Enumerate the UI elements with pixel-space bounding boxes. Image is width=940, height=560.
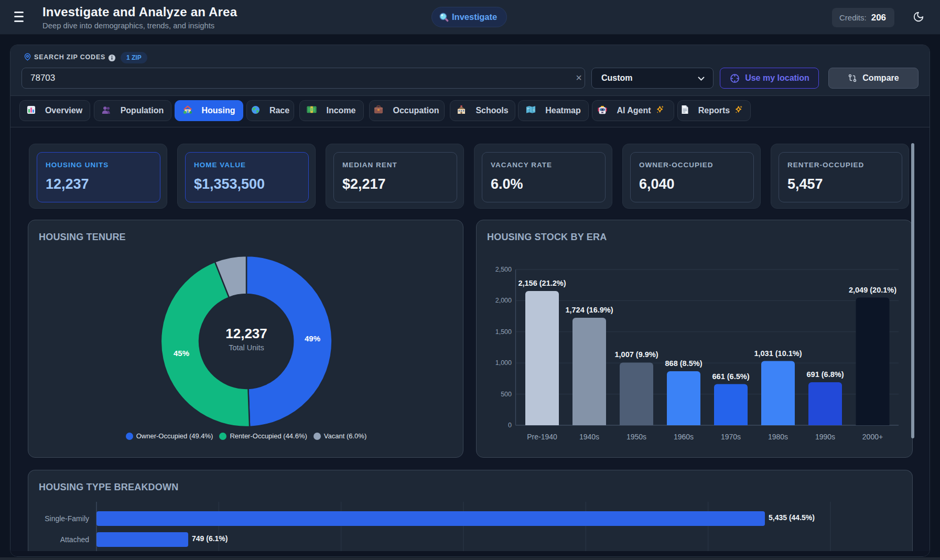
svg-text:1940s: 1940s bbox=[579, 433, 599, 441]
svg-text:661 (6.5%): 661 (6.5%) bbox=[712, 372, 750, 381]
svg-text:Single-Family: Single-Family bbox=[45, 514, 89, 523]
svg-text:1,000: 1,000 bbox=[495, 359, 512, 367]
svg-text:749 (6.1%): 749 (6.1%) bbox=[192, 534, 228, 543]
svg-text:5,435 (44.5%): 5,435 (44.5%) bbox=[769, 513, 815, 522]
svg-text:12,237: 12,237 bbox=[225, 326, 267, 341]
svg-text:49%: 49% bbox=[305, 334, 320, 343]
svg-text:Total Units: Total Units bbox=[229, 343, 264, 352]
svg-text:45%: 45% bbox=[174, 349, 189, 358]
svg-text:2,049 (20.1%): 2,049 (20.1%) bbox=[849, 286, 896, 294]
svg-text:0: 0 bbox=[508, 422, 512, 429]
svg-text:2000+: 2000+ bbox=[862, 433, 883, 441]
svg-text:1960s: 1960s bbox=[674, 433, 694, 441]
svg-text:Attached: Attached bbox=[60, 535, 89, 544]
svg-text:Pre-1940: Pre-1940 bbox=[527, 433, 557, 441]
svg-text:1950s: 1950s bbox=[626, 433, 646, 441]
svg-text:691 (6.8%): 691 (6.8%) bbox=[807, 370, 844, 379]
svg-text:1970s: 1970s bbox=[721, 433, 741, 441]
svg-text:500: 500 bbox=[501, 391, 512, 398]
svg-text:1,500: 1,500 bbox=[495, 328, 512, 336]
svg-text:2,156 (21.2%): 2,156 (21.2%) bbox=[518, 279, 566, 287]
svg-text:1,724 (16.9%): 1,724 (16.9%) bbox=[565, 306, 613, 314]
svg-text:2,500: 2,500 bbox=[495, 266, 512, 273]
svg-text:1,031 (10.1%): 1,031 (10.1%) bbox=[754, 349, 802, 358]
svg-text:1980s: 1980s bbox=[768, 433, 788, 441]
svg-text:1,007 (9.9%): 1,007 (9.9%) bbox=[614, 350, 658, 359]
svg-text:1990s: 1990s bbox=[815, 433, 835, 441]
svg-text:868 (8.5%): 868 (8.5%) bbox=[665, 359, 703, 368]
svg-text:2,000: 2,000 bbox=[495, 297, 512, 304]
